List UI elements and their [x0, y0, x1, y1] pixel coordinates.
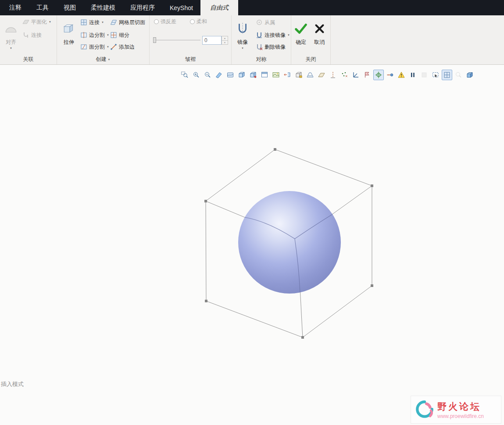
align-button[interactable]: 对齐 ▼	[2, 17, 20, 57]
planarize-button[interactable]: 平面化 ▼	[21, 17, 52, 27]
mesh-slice-icon	[110, 19, 117, 26]
chevron-down-icon: ▼	[287, 34, 290, 36]
point-display-icon[interactable]	[339, 70, 350, 80]
tab-keyshot[interactable]: KeyShot	[162, 0, 200, 15]
edge-split-button[interactable]: 边分割 ▼	[79, 30, 110, 40]
cancel-label: 取消	[314, 39, 325, 46]
display-style-icon[interactable]	[236, 70, 247, 80]
watermark: 野火论坛 www.proewildfire.cn	[411, 396, 501, 424]
connect-button[interactable]: 连接	[21, 30, 43, 40]
plane-display-icon[interactable]	[316, 70, 327, 80]
add-edge-button[interactable]: 添加边	[109, 42, 136, 52]
drag-handle-icon[interactable]	[385, 70, 395, 80]
connect-create-button[interactable]: 连接 ▼	[79, 18, 105, 27]
watermark-url: www.proewildfire.cn	[437, 413, 484, 419]
extrude-button[interactable]: 拉伸	[60, 17, 78, 57]
group-label-crease: 皱褶	[150, 56, 231, 63]
tab-flexible-modeling[interactable]: 柔性建模	[83, 0, 123, 15]
add-edge-icon	[110, 43, 117, 51]
cage-vertex-handle[interactable]	[204, 200, 207, 202]
model-display-icon[interactable]	[465, 70, 475, 80]
cage-vertex-handle[interactable]	[301, 336, 304, 339]
search-icon[interactable]	[453, 70, 464, 80]
mirror-button[interactable]: 镜像 ▼	[233, 17, 252, 57]
tab-freestyle[interactable]: 自由式	[200, 0, 238, 15]
watermark-logo-icon	[415, 400, 435, 420]
mesh-slice-button[interactable]: 网格层切面	[109, 18, 146, 27]
annotation-display-icon[interactable]	[362, 70, 372, 80]
cage-vertex-handle[interactable]	[371, 284, 373, 287]
cancel-button[interactable]: 取消	[311, 17, 328, 57]
menu-tab-label: KeyShot	[170, 4, 193, 11]
view-manager-icon[interactable]	[259, 70, 270, 80]
menu-tab-label: 注释	[9, 4, 21, 12]
slider-handle[interactable]	[153, 37, 156, 43]
crease-soft-radio[interactable]: 柔和	[189, 17, 208, 26]
repaint-icon[interactable]	[214, 70, 224, 80]
graphics-toolbar	[179, 70, 475, 80]
watermark-title: 野火论坛	[437, 400, 484, 413]
warning-display-icon[interactable]	[396, 70, 407, 80]
ok-check-icon	[294, 19, 307, 38]
spin-center-toggle-icon[interactable]	[373, 70, 384, 80]
chevron-down-icon: ▼	[101, 21, 104, 24]
cage-vertex-handle[interactable]	[371, 184, 373, 187]
csys-display-icon[interactable]	[350, 70, 361, 80]
ok-label: 确定	[296, 39, 306, 46]
connect-grid-icon	[80, 19, 87, 26]
zoom-out-icon[interactable]	[202, 70, 213, 80]
dependent-icon	[255, 19, 263, 26]
connect-mirror-button[interactable]: 连接镜像 ▼	[254, 30, 291, 40]
named-views-icon[interactable]	[293, 70, 304, 80]
freestyle-sphere[interactable]	[238, 191, 341, 294]
group-label-align: 关联	[0, 56, 57, 63]
cage-vertex-handle[interactable]	[205, 300, 207, 302]
select-box-icon[interactable]	[430, 70, 441, 80]
dependent-button[interactable]: 从属	[254, 18, 276, 27]
tab-tools[interactable]: 工具	[29, 0, 56, 15]
crease-spinner: ▲ ▼	[222, 36, 228, 45]
group-label-create[interactable]: 创建 ▼	[57, 56, 149, 63]
pause-icon[interactable]	[407, 70, 418, 80]
subdivide-button[interactable]: 细分	[109, 30, 130, 40]
menu-tab-label: 工具	[36, 4, 49, 12]
spinner-up-button[interactable]: ▲	[222, 36, 228, 41]
cage-vertex-handle[interactable]	[274, 148, 276, 151]
crease-slider[interactable]	[153, 37, 200, 43]
tab-annotate[interactable]: 注释	[2, 0, 29, 15]
capture-image-icon[interactable]	[271, 70, 281, 80]
ribbon-tab-bar: 注释 工具 视图 柔性建模 应用程序 KeySho	[0, 0, 504, 15]
saved-orientations-icon[interactable]	[248, 70, 258, 80]
application-window: 注释 工具 视图 柔性建模 应用程序 KeySho	[0, 0, 504, 425]
zoom-in-icon[interactable]	[191, 70, 201, 80]
3d-viewport[interactable]	[0, 65, 504, 425]
crease-hard-radio[interactable]: 强反差	[153, 17, 177, 26]
perspective-view-icon[interactable]	[305, 70, 315, 80]
crease-value-input[interactable]	[202, 36, 222, 45]
render-style-icon[interactable]	[225, 70, 236, 80]
extrude-label: 拉伸	[64, 39, 74, 46]
connect-icon	[22, 32, 29, 39]
tab-view[interactable]: 视图	[56, 0, 83, 15]
extrude-cube-icon	[62, 19, 75, 38]
chevron-down-icon: ▼	[10, 47, 12, 50]
planarize-icon	[22, 18, 29, 26]
group-label-symmetry: 对称	[232, 56, 291, 63]
mesh-display-toggle-icon[interactable]	[442, 70, 452, 80]
face-split-icon	[80, 43, 87, 51]
menu-tab-label: 视图	[64, 4, 76, 12]
ribbon-group-close: 确定 取消 关闭	[291, 15, 331, 64]
zoom-refit-icon[interactable]	[179, 70, 190, 80]
chevron-down-icon: ▼	[49, 21, 51, 23]
delete-mirror-button[interactable]: 删除镜像	[254, 42, 286, 52]
previous-view-icon[interactable]	[282, 70, 293, 80]
spinner-down-button[interactable]: ▼	[222, 41, 228, 45]
mirror-label: 镜像	[237, 39, 248, 46]
stop-icon[interactable]	[419, 70, 429, 80]
tab-applications[interactable]: 应用程序	[123, 0, 162, 15]
ok-button[interactable]: 确定	[292, 17, 310, 57]
axis-display-icon[interactable]	[328, 70, 338, 80]
ribbon: 对齐 ▼ 平面化 ▼ 连接 关联	[0, 15, 504, 65]
ribbon-group-create: 拉伸 连接 ▼ 网格层切面 边分割 ▼	[57, 15, 150, 64]
face-split-button[interactable]: 面分割 ▼	[79, 42, 110, 52]
